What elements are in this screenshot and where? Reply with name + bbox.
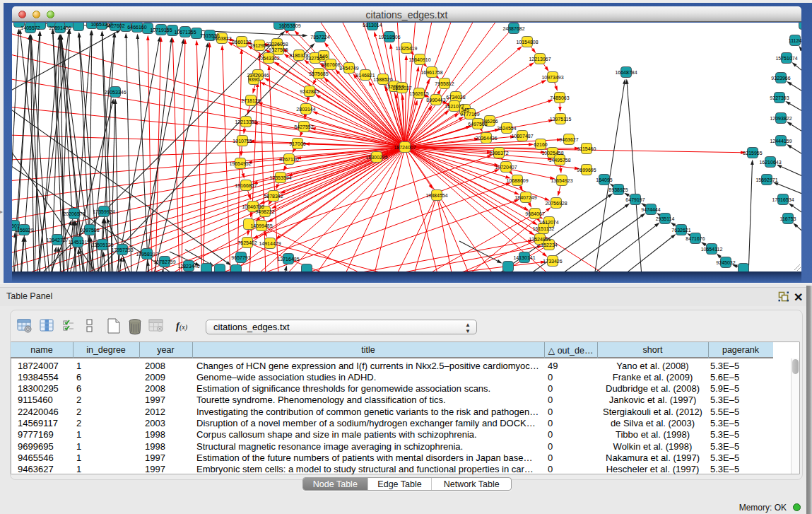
svg-text:8267130: 8267130 [279, 157, 298, 162]
svg-text:12093822: 12093822 [770, 116, 792, 121]
svg-text:10671355: 10671355 [174, 30, 196, 35]
svg-text:18724007: 18724007 [394, 145, 416, 150]
svg-text:546: 546 [319, 54, 328, 59]
svg-text:13654923: 13654923 [551, 178, 572, 183]
svg-text:1733426: 1733426 [543, 259, 562, 264]
svg-text:5878342: 5878342 [264, 194, 283, 199]
svg-text:17016534: 17016534 [772, 197, 794, 202]
svg-text:15692971: 15692971 [755, 177, 777, 182]
svg-text:9777169: 9777169 [460, 112, 479, 117]
svg-text:19166857: 19166857 [235, 183, 257, 188]
svg-text:14130141: 14130141 [513, 255, 535, 260]
svg-text:19654952: 19654952 [229, 161, 251, 166]
svg-text:1822037: 1822037 [392, 86, 411, 90]
svg-text:2867608: 2867608 [321, 62, 340, 67]
svg-text:10046786: 10046786 [242, 204, 264, 209]
svg-text:8471676: 8471676 [686, 236, 705, 241]
svg-text:152234: 152234 [541, 243, 557, 247]
svg-text:9097588: 9097588 [80, 228, 99, 233]
svg-text:12444159: 12444159 [770, 139, 792, 144]
svg-text:9227393: 9227393 [770, 95, 789, 100]
svg-text:2986372: 2986372 [489, 151, 508, 156]
svg-text:3624554: 3624554 [497, 126, 516, 131]
svg-text:19384554: 19384554 [425, 193, 447, 198]
svg-text:9657791: 9657791 [231, 255, 250, 260]
svg-text:9474444: 9474444 [641, 207, 660, 212]
svg-text:23226058: 23226058 [266, 42, 288, 47]
svg-text:9498222: 9498222 [255, 209, 274, 214]
svg-text:10720407: 10720407 [495, 165, 517, 170]
svg-text:16210643: 16210643 [759, 160, 781, 165]
svg-text:1612074: 1612074 [539, 220, 558, 225]
svg-text:12353594: 12353594 [269, 175, 291, 180]
svg-text:12213967: 12213967 [529, 57, 551, 62]
svg-text:9242845: 9242845 [300, 89, 319, 94]
svg-text:8215955: 8215955 [743, 151, 762, 156]
svg-text:8427552: 8427552 [294, 124, 313, 129]
svg-text:16648784: 16648784 [615, 70, 637, 75]
svg-text:11325419: 11325419 [396, 46, 418, 51]
svg-text:5875685: 5875685 [309, 71, 328, 76]
svg-text:12505135: 12505135 [91, 243, 113, 247]
svg-text:7632621: 7632621 [671, 228, 690, 233]
svg-text:8990443: 8990443 [426, 98, 445, 103]
svg-text:12213383: 12213383 [235, 119, 257, 124]
svg-text:10973493: 10973493 [541, 75, 563, 80]
svg-text:7663822: 7663822 [212, 36, 231, 41]
svg-text:7485063: 7485063 [550, 95, 569, 100]
svg-text:17957253: 17957253 [111, 247, 133, 252]
svg-text:14099485: 14099485 [250, 223, 272, 228]
svg-text:9115460: 9115460 [577, 146, 596, 151]
svg-text:16151132: 16151132 [533, 226, 555, 231]
svg-text:20206578: 20206578 [63, 211, 85, 216]
svg-text:24387682: 24387682 [502, 26, 524, 31]
svg-text:10543362: 10543362 [257, 56, 279, 61]
svg-text:116753: 116753 [780, 216, 796, 221]
svg-text:10154808: 10154808 [516, 40, 538, 45]
svg-text:10688609: 10688609 [506, 178, 528, 183]
svg-text:1145131: 1145131 [69, 240, 88, 245]
svg-text:9245032: 9245032 [716, 260, 735, 265]
svg-text:12823446: 12823446 [177, 264, 199, 269]
svg-text:13716485: 13716485 [277, 257, 299, 262]
svg-text:1562615: 1562615 [409, 91, 428, 96]
svg-text:10719155: 10719155 [150, 28, 172, 33]
svg-text:6466160: 6466160 [127, 25, 146, 30]
svg-text:917006: 917006 [289, 141, 305, 146]
svg-text:16961758: 16961758 [420, 70, 442, 75]
svg-text:10958197: 10958197 [136, 252, 158, 257]
svg-text:19218506: 19218506 [378, 35, 400, 40]
svg-text:17359924: 17359924 [93, 209, 114, 214]
svg-text:2935114: 2935114 [656, 216, 675, 221]
svg-text:14914479: 14914479 [259, 241, 281, 246]
svg-text:18300295: 18300295 [365, 155, 387, 160]
svg-text:1588520: 1588520 [373, 77, 392, 82]
svg-text:10782759: 10782759 [153, 259, 175, 264]
svg-text:1010755: 1010755 [233, 139, 252, 144]
svg-text:15751074: 15751074 [775, 56, 797, 61]
svg-text:16053809: 16053809 [278, 23, 300, 28]
svg-text:6479197: 6479197 [625, 197, 645, 202]
svg-text:9684007: 9684007 [525, 211, 544, 216]
svg-text:20364436: 20364436 [475, 136, 497, 141]
svg-text:8660123: 8660123 [232, 40, 251, 45]
svg-text:164095: 164095 [596, 177, 612, 182]
svg-text:13942737: 13942737 [46, 238, 68, 243]
svg-text:8938925: 8938925 [608, 187, 628, 192]
svg-text:9323966: 9323966 [771, 76, 790, 81]
svg-text:8813014: 8813014 [363, 23, 382, 28]
svg-text:9327505: 9327505 [269, 47, 288, 52]
svg-text:1405572: 1405572 [20, 25, 40, 30]
svg-text:7625402: 7625402 [237, 240, 257, 245]
svg-text:20053346: 20053346 [104, 90, 126, 95]
svg-text:10025458: 10025458 [541, 151, 563, 156]
svg-text:2718129: 2718129 [241, 98, 260, 103]
svg-text:62160: 62160 [534, 142, 548, 147]
svg-text:18407249: 18407249 [514, 195, 536, 200]
svg-text:11124: 11124 [789, 38, 801, 43]
svg-text:(x): (x) [180, 323, 188, 332]
svg-text:20891406: 20891406 [49, 25, 71, 30]
svg-text:2803144: 2803144 [296, 107, 315, 112]
svg-text:13975115: 13975115 [550, 117, 572, 122]
svg-text:20756928: 20756928 [545, 201, 567, 206]
